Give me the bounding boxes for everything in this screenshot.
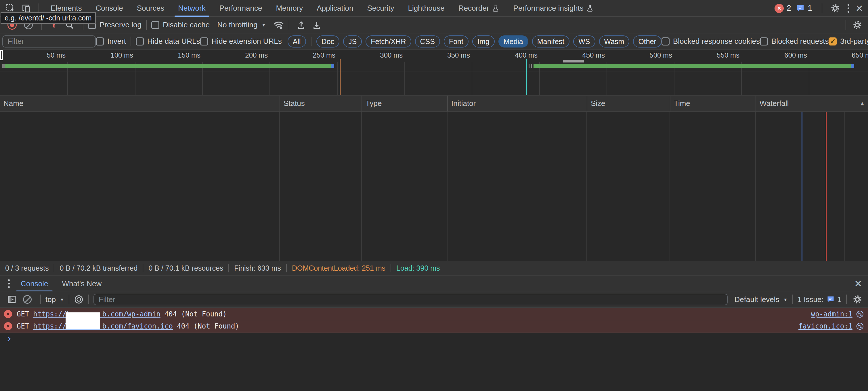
clear-console-icon[interactable] xyxy=(19,295,36,304)
tab-performance[interactable]: Performance xyxy=(213,0,269,17)
tab-application[interactable]: Application xyxy=(310,0,360,17)
checkbox-unchecked[interactable] xyxy=(96,37,104,46)
error-icon: × xyxy=(4,310,12,318)
live-expression-eye-icon[interactable] xyxy=(74,295,84,304)
close-drawer-icon[interactable]: × xyxy=(852,278,864,290)
drawer-more-options-kebab-icon[interactable] xyxy=(4,279,14,288)
console-prompt[interactable] xyxy=(0,333,868,345)
checkbox-unchecked[interactable] xyxy=(136,37,144,46)
chip-manifest[interactable]: Manifest xyxy=(532,35,569,48)
chip-font[interactable]: Font xyxy=(444,35,468,48)
request-method: GET xyxy=(17,310,29,318)
column-divider[interactable] xyxy=(447,112,447,261)
blocked-requests-checkbox[interactable]: Blocked requests xyxy=(760,37,829,46)
issues-icon[interactable] xyxy=(796,4,805,13)
console-error-row[interactable]: × GET https://hb.com/wp-admin 404 (Not F… xyxy=(0,308,868,320)
column-divider[interactable] xyxy=(670,112,670,261)
checkbox-checked[interactable]: ✓ xyxy=(829,37,837,46)
sort-ascending-icon[interactable]: ▲ xyxy=(859,100,865,107)
inspect-element-icon[interactable] xyxy=(3,3,19,13)
reveal-in-network-icon[interactable] xyxy=(856,322,864,330)
column-header-size[interactable]: Size xyxy=(587,95,670,111)
console-filter-input[interactable] xyxy=(93,294,727,305)
console-settings-gear-icon[interactable] xyxy=(851,295,863,304)
chip-all[interactable]: All xyxy=(288,35,306,48)
error-count[interactable]: 2 xyxy=(786,4,791,13)
tab-recorder[interactable]: Recorder xyxy=(452,0,506,17)
issues-counter[interactable]: 1 Issue: 1 xyxy=(797,295,841,304)
checkbox-unchecked[interactable] xyxy=(760,37,768,46)
source-location-link[interactable]: favicon.ico:1 xyxy=(798,322,852,330)
column-divider[interactable] xyxy=(755,112,756,261)
chip-doc[interactable]: Doc xyxy=(316,35,339,48)
javascript-context-dropdown[interactable]: top ▼ xyxy=(45,295,64,304)
network-overview-timeline[interactable]: 50 ms 100 ms 150 ms 200 ms 250 ms 300 ms… xyxy=(0,50,868,95)
waterfall-load-line xyxy=(826,112,827,261)
disable-cache-checkbox[interactable]: Disable cache xyxy=(151,21,210,29)
column-divider[interactable] xyxy=(279,112,280,261)
request-url-link[interactable]: https://hb.com/favicon.ico xyxy=(33,322,173,330)
device-toolbar-icon[interactable] xyxy=(19,3,34,13)
network-filter-input[interactable] xyxy=(2,35,96,48)
log-levels-dropdown[interactable]: Default levels ▼ xyxy=(735,295,788,304)
checkbox-unchecked[interactable] xyxy=(661,37,670,46)
tick-label: 450 ms xyxy=(582,51,605,59)
close-devtools-icon[interactable]: × xyxy=(853,2,865,15)
chip-other[interactable]: Other xyxy=(633,35,661,48)
dom-content-loaded-marker xyxy=(340,59,341,95)
chip-img[interactable]: Img xyxy=(472,35,495,48)
tab-memory[interactable]: Memory xyxy=(269,0,310,17)
column-header-status[interactable]: Status xyxy=(280,95,362,111)
console-error-row[interactable]: × GET https://hb.com/favicon.ico 404 (No… xyxy=(0,320,868,333)
column-header-name[interactable]: Name xyxy=(0,95,280,111)
tab-lighthouse[interactable]: Lighthouse xyxy=(401,0,451,17)
timeline-bar-2-pre-tick xyxy=(529,64,529,68)
more-options-kebab-icon[interactable] xyxy=(843,4,853,13)
network-conditions-icon[interactable] xyxy=(273,20,284,30)
column-divider[interactable] xyxy=(361,112,362,261)
drawer-tab-console[interactable]: Console xyxy=(14,276,55,292)
chip-media-selected[interactable]: Media xyxy=(498,35,528,48)
overview-drag-handle[interactable] xyxy=(0,50,3,60)
console-sidebar-toggle-icon[interactable] xyxy=(5,295,19,304)
checkbox-unchecked[interactable] xyxy=(200,37,208,46)
reveal-in-network-icon[interactable] xyxy=(856,310,864,318)
tab-performance-insights[interactable]: Performance insights xyxy=(506,0,601,17)
drawer-tab-whats-new[interactable]: What's New xyxy=(55,276,108,292)
chip-css[interactable]: CSS xyxy=(415,35,440,48)
hide-data-urls-checkbox[interactable]: Hide data URLs xyxy=(136,37,200,46)
chip-js[interactable]: JS xyxy=(343,35,362,48)
chip-fetch-xhr[interactable]: Fetch/XHR xyxy=(366,35,411,48)
throttling-dropdown[interactable]: No throttling ▼ xyxy=(217,21,266,29)
tab-security[interactable]: Security xyxy=(360,0,401,17)
export-har-icon[interactable] xyxy=(308,20,325,30)
blocked-response-cookies-checkbox[interactable]: Blocked response cookies xyxy=(661,37,760,46)
column-header-waterfall[interactable]: Waterfall ▲ xyxy=(755,95,868,111)
import-har-icon[interactable] xyxy=(294,20,308,30)
resource-type-chips: All Doc JS Fetch/XHR CSS Font Img Media … xyxy=(288,35,661,48)
hide-extension-urls-checkbox[interactable]: Hide extension URLs xyxy=(200,37,282,46)
column-divider[interactable] xyxy=(586,112,587,261)
column-header-time[interactable]: Time xyxy=(670,95,755,111)
preserve-log-checkbox[interactable]: Preserve log xyxy=(88,21,142,29)
settings-gear-icon[interactable] xyxy=(827,3,843,13)
third-party-requests-checkbox[interactable]: ✓ 3rd-party requests xyxy=(829,37,868,46)
issue-count[interactable]: 1 xyxy=(808,4,812,13)
error-count-icon[interactable]: × xyxy=(775,4,784,13)
filter-hint-tooltip: e.g. /eventd/ -cdn url:a.com xyxy=(1,12,96,24)
tab-network[interactable]: Network xyxy=(171,0,212,17)
requests-table-body[interactable] xyxy=(0,112,868,261)
tab-sources[interactable]: Sources xyxy=(130,0,171,17)
invert-checkbox[interactable]: Invert xyxy=(96,37,126,46)
checkbox-unchecked[interactable] xyxy=(151,21,159,29)
chip-wasm[interactable]: Wasm xyxy=(599,35,629,48)
network-settings-gear-icon[interactable] xyxy=(851,20,864,30)
column-header-type[interactable]: Type xyxy=(362,95,447,111)
chip-ws[interactable]: WS xyxy=(573,35,595,48)
divider xyxy=(289,20,289,30)
network-toolbar: Preserve log Disable cache No throttling… xyxy=(0,17,868,33)
timeline-bar-head xyxy=(2,64,5,68)
column-header-initiator[interactable]: Initiator xyxy=(447,95,587,111)
response-status: 404 (Not Found) xyxy=(177,322,239,330)
source-location-link[interactable]: wp-admin:1 xyxy=(811,310,853,318)
